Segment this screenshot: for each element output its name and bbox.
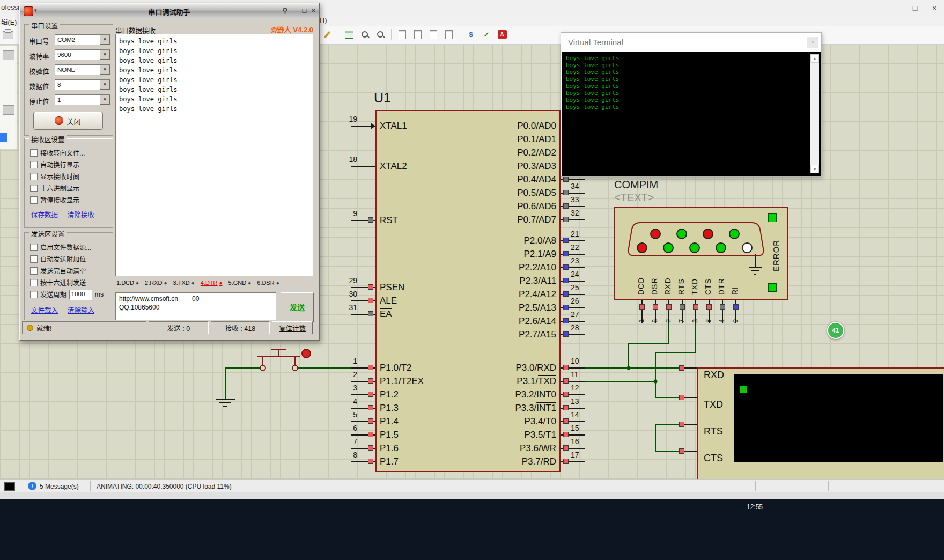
combo-dropdown-icon[interactable]: ▼ bbox=[100, 80, 110, 90]
serial-pin-indicator[interactable]: 5.GND● bbox=[228, 279, 252, 286]
send-textarea[interactable]: http://www.cmsoft.cn00 QQ:10865600 bbox=[115, 292, 276, 320]
group-title: 发送区设置 bbox=[29, 229, 67, 239]
combo-dropdown-icon[interactable]: ▼ bbox=[100, 95, 110, 105]
pin-name: P3.3/INT1 bbox=[449, 402, 556, 414]
pin-number: 32 bbox=[571, 209, 589, 217]
search-component-icon[interactable] bbox=[358, 27, 371, 41]
copy-sheet-icon bbox=[399, 30, 406, 39]
electrical-rules-check-icon[interactable]: ✓ bbox=[480, 27, 493, 41]
copy-sheet-icon[interactable] bbox=[396, 27, 409, 41]
send-option-label: 启用文件数据源... bbox=[40, 242, 91, 252]
send-option-row: 自动发送附加位 bbox=[30, 254, 86, 264]
reset-counter-button[interactable]: 复位计数 bbox=[272, 321, 313, 334]
ares-netlist-icon[interactable]: A bbox=[496, 27, 508, 41]
taskbar-clock[interactable]: 12:55 bbox=[747, 503, 763, 511]
serial-debug-window[interactable]: ▾ 串口调试助手 – □ × 串口设置 串口号COM2▼波特率9600▼校验位N… bbox=[19, 3, 320, 341]
virtual-terminal-scrollbar[interactable]: ▲ ▼ bbox=[810, 54, 819, 173]
serial-pin-label: 3.TXD bbox=[173, 279, 190, 286]
serial-pin-indicator[interactable]: 6.DSR● bbox=[257, 279, 279, 286]
serial-pin-indicator[interactable]: 4.DTR● bbox=[201, 279, 223, 286]
send-option-checkbox[interactable] bbox=[30, 279, 38, 286]
port-field-combo[interactable]: 8▼ bbox=[55, 79, 110, 90]
serial-pin-indicator[interactable]: 2.RXD● bbox=[145, 279, 167, 286]
serial-close-button[interactable]: × bbox=[311, 4, 315, 18]
port-field-label: 停止位 bbox=[29, 96, 49, 106]
pin-number: 24 bbox=[571, 270, 589, 278]
info-icon[interactable]: i bbox=[28, 482, 36, 490]
pin-name: P0.5/AD5 bbox=[449, 187, 556, 199]
scroll-up-icon[interactable]: ▲ bbox=[810, 54, 819, 63]
bill-of-materials-icon: $ bbox=[469, 31, 473, 39]
receive-option-checkbox[interactable] bbox=[30, 149, 38, 157]
status-bar: i 5 Message(s) ANIMATING: 00:00:40.35000… bbox=[0, 479, 944, 493]
serial-pin-indicator[interactable]: 3.TXD● bbox=[173, 279, 195, 286]
paste-sheet-icon[interactable] bbox=[411, 27, 424, 41]
pin-state-indicator bbox=[368, 298, 373, 303]
receive-option-checkbox[interactable] bbox=[30, 185, 38, 192]
selection-tool-icon[interactable] bbox=[321, 27, 334, 41]
send-option-checkbox[interactable] bbox=[30, 267, 38, 275]
print-icon[interactable] bbox=[3, 31, 13, 39]
selector-item-icon[interactable] bbox=[3, 50, 14, 60]
ready-text: 就绪! bbox=[36, 323, 51, 333]
virtual-terminal-close-icon[interactable]: × bbox=[807, 37, 818, 48]
serial-titlebar[interactable]: ▾ 串口调试助手 – □ × bbox=[20, 4, 319, 18]
port-field-combo[interactable]: NONE▼ bbox=[55, 64, 110, 75]
mcu-reference-label: U1 bbox=[374, 90, 391, 106]
scroll-down-icon[interactable]: ▼ bbox=[810, 165, 819, 173]
stop-button[interactable] bbox=[4, 482, 15, 491]
application-window: U1 COMPIM <TEXT> ERROR bbox=[0, 0, 944, 560]
open-close-port-button[interactable]: 关闭 bbox=[33, 112, 103, 130]
serial-pin-indicator[interactable]: 1.DCD● bbox=[116, 279, 139, 286]
port-field-combo[interactable]: COM2▼ bbox=[55, 34, 110, 45]
message-count[interactable]: 5 Message(s) bbox=[40, 483, 79, 490]
bill-of-materials-icon[interactable]: $ bbox=[464, 27, 477, 41]
pin-name: P2.5/A13 bbox=[449, 302, 556, 314]
pin-state-indicator bbox=[563, 378, 569, 384]
combo-dropdown-icon[interactable]: ▼ bbox=[100, 50, 110, 60]
send-button[interactable]: 发送 bbox=[281, 292, 314, 321]
receive-textarea[interactable]: boys love girlsboys love girlsboys love … bbox=[115, 34, 313, 276]
receive-option-checkbox[interactable] bbox=[30, 161, 38, 168]
goto-sheet-icon[interactable] bbox=[442, 27, 455, 41]
combo-dropdown-icon[interactable]: ▼ bbox=[100, 35, 110, 45]
ares-netlist-icon: A bbox=[498, 30, 507, 39]
receive-option-checkbox[interactable] bbox=[30, 196, 38, 204]
netlist-compile-icon[interactable] bbox=[343, 27, 356, 41]
received-line: boys love girls bbox=[116, 36, 312, 46]
serial-maximize-button[interactable]: □ bbox=[303, 4, 307, 18]
pin-state-indicator bbox=[563, 418, 569, 424]
receive-option-checkbox[interactable] bbox=[30, 173, 38, 180]
combo-dropdown-icon[interactable]: ▼ bbox=[100, 65, 110, 75]
terminal-line: boys love girls bbox=[562, 97, 821, 104]
selector-item-icon[interactable] bbox=[3, 105, 14, 115]
find-replace-icon[interactable] bbox=[374, 27, 387, 41]
delete-sheet-icon[interactable] bbox=[427, 27, 440, 41]
virtual-terminal-window[interactable]: Virtual Terminal × boys love girlsboys l… bbox=[560, 32, 822, 177]
pin-state-indicator bbox=[679, 365, 684, 371]
statusbar-divider bbox=[828, 481, 829, 491]
receive-links: 保存数据清除接收 bbox=[31, 209, 94, 219]
send-period-label: 发送周期 bbox=[40, 290, 67, 299]
notification-badge[interactable]: 41 bbox=[827, 322, 844, 339]
send-period-input[interactable]: 1000 bbox=[69, 290, 92, 300]
port-field-combo[interactable]: 9600▼ bbox=[55, 49, 110, 60]
db9-led bbox=[650, 229, 661, 239]
receive-link[interactable]: 清除接收 bbox=[68, 209, 94, 219]
send-period-checkbox[interactable] bbox=[30, 291, 38, 298]
send-link[interactable]: 清除输入 bbox=[68, 305, 94, 315]
send-option-checkbox[interactable] bbox=[30, 244, 38, 251]
port-field-combo[interactable]: 1▼ bbox=[55, 94, 110, 105]
serial-minimize-button[interactable]: – bbox=[293, 4, 297, 18]
menu-edit-fragment[interactable]: 辑(E) bbox=[1, 17, 17, 27]
selector-selected-item[interactable] bbox=[0, 133, 7, 142]
receive-link[interactable]: 保存数据 bbox=[31, 209, 58, 219]
port-field-row: 串口号COM2▼ bbox=[29, 34, 109, 46]
pin-state-indicator bbox=[368, 217, 373, 223]
send-option-checkbox[interactable] bbox=[30, 255, 38, 263]
pin-icon[interactable] bbox=[282, 8, 289, 14]
receive-option-label: 接收转向文件... bbox=[40, 148, 85, 158]
send-link[interactable]: 文件载入 bbox=[31, 305, 58, 315]
pin-name: P0.3/AD3 bbox=[449, 160, 556, 172]
virtual-terminal-titlebar[interactable]: Virtual Terminal × bbox=[561, 33, 821, 52]
